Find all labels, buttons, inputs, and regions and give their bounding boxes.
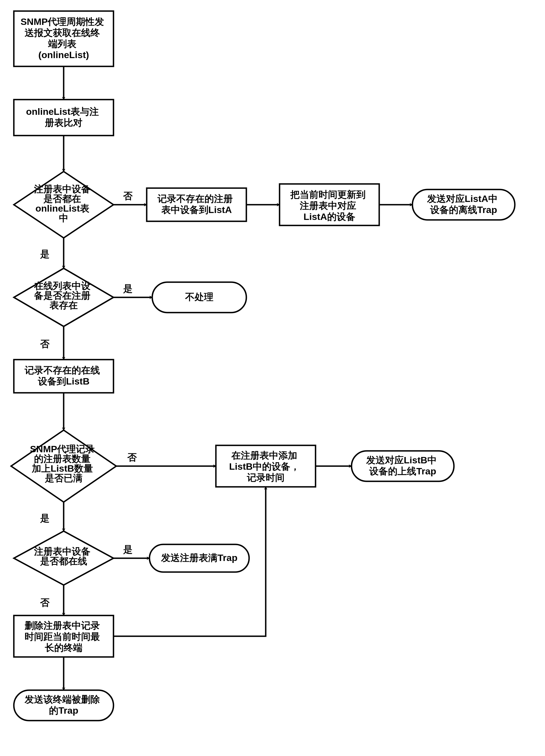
label-no: 否 [40, 339, 50, 349]
label-no: 否 [123, 191, 133, 201]
terminator-send-full-trap: 发送注册表满Trap [149, 544, 249, 572]
terminator-no-action: 不处理 [152, 282, 246, 313]
text: 注册表中设备 是否都在线 [34, 546, 93, 566]
terminator-send-offline-trap: 发送对应ListA中 设备的离线Trap [412, 189, 515, 220]
text: 发送注册表满Trap [161, 552, 237, 563]
label-yes: 是 [40, 249, 50, 259]
process-add-listb-record-time: 在注册表中添加 ListB中的设备， 记录时间 [216, 445, 316, 487]
decision-register-full: SNMP代理记录 的注册表数量 加上ListB数量 是否已满 [11, 430, 116, 502]
label-yes: 是 [123, 544, 133, 555]
decision-registered-in-online: 注册表中设备 是否都在 onlineList表 中 [14, 172, 113, 238]
process-delete-oldest: 删除注册表中记录 时间距当前时间最 长的终端 [14, 615, 113, 657]
process-record-listb: 记录不存在的在线 设备到ListB [14, 360, 113, 393]
label-no: 否 [40, 597, 50, 608]
decision-all-registered-online: 注册表中设备 是否都在线 [14, 531, 113, 585]
terminator-send-online-trap: 发送对应ListB中 设备的上线Trap [352, 451, 454, 481]
process-record-lista: 记录不存在的注册 表中设备到ListA [147, 188, 246, 221]
decision-online-in-registered: 在线列表中设 备是否在注册 表存在 [14, 268, 113, 326]
process-update-time-lista: 把当前时间更新到 注册表中对应 ListA的设备 [280, 184, 379, 225]
process-snmp-get-online-list: SNMP代理周期性发 送报文获取在线终 端列表 (onlineList) [14, 11, 113, 66]
label-no: 否 [127, 452, 137, 463]
flowchart: SNMP代理周期性发 送报文获取在线终 端列表 (onlineList) onl… [0, 0, 545, 756]
label-yes: 是 [40, 513, 50, 523]
label-yes: 是 [123, 283, 133, 294]
process-compare-lists: onlineList表与注 册表比对 [14, 100, 113, 136]
text: 不处理 [185, 292, 213, 302]
terminator-send-delete-trap: 发送该终端被删除 的Trap [14, 690, 113, 721]
